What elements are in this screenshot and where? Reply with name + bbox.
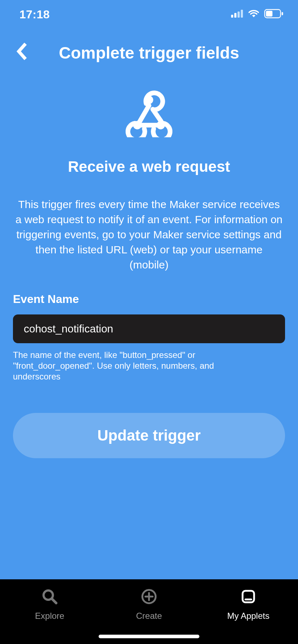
status-icons <box>231 9 284 20</box>
tab-label: Create <box>136 611 162 621</box>
tab-my-applets[interactable]: My Applets <box>199 579 298 644</box>
svg-point-10 <box>145 96 153 104</box>
svg-rect-3 <box>241 10 243 18</box>
home-indicator <box>99 635 199 638</box>
chevron-left-icon <box>16 43 27 61</box>
header: Complete trigger fields <box>0 29 298 63</box>
wifi-icon <box>248 9 260 19</box>
tab-create[interactable]: Create <box>99 579 199 644</box>
plus-circle-icon <box>140 587 158 606</box>
page-title: Complete trigger fields <box>59 43 239 63</box>
event-name-label: Event Name <box>13 293 285 306</box>
svg-point-11 <box>133 121 141 129</box>
main-content: Receive a web request This trigger fires… <box>0 63 298 579</box>
svg-rect-5 <box>266 11 272 17</box>
svg-rect-1 <box>234 13 236 18</box>
event-name-input[interactable] <box>13 314 285 343</box>
tab-label: My Applets <box>227 611 269 621</box>
svg-point-12 <box>157 121 165 129</box>
svg-rect-2 <box>238 12 240 18</box>
trigger-title: Receive a web request <box>68 158 230 175</box>
svg-rect-0 <box>231 15 233 18</box>
cellular-icon <box>231 10 243 19</box>
svg-line-14 <box>52 599 56 603</box>
tab-label: Explore <box>35 611 64 621</box>
svg-line-7 <box>139 106 149 123</box>
search-icon <box>40 587 59 606</box>
event-name-field: Event Name The name of the event, like "… <box>13 293 285 382</box>
battery-icon <box>264 9 284 20</box>
back-button[interactable] <box>13 43 30 60</box>
webhooks-icon <box>126 91 172 137</box>
event-name-help: The name of the event, like "button_pres… <box>13 350 236 382</box>
status-bar: 17:18 <box>0 0 298 29</box>
tab-bar: Explore Create My Applets <box>0 579 298 644</box>
svg-rect-18 <box>243 591 254 602</box>
svg-rect-6 <box>282 12 283 15</box>
status-time: 17:18 <box>19 8 50 21</box>
update-trigger-button[interactable]: Update trigger <box>13 413 285 458</box>
applets-icon <box>239 587 258 606</box>
trigger-description: This trigger fires every time the Maker … <box>13 197 285 272</box>
tab-explore[interactable]: Explore <box>0 579 99 644</box>
